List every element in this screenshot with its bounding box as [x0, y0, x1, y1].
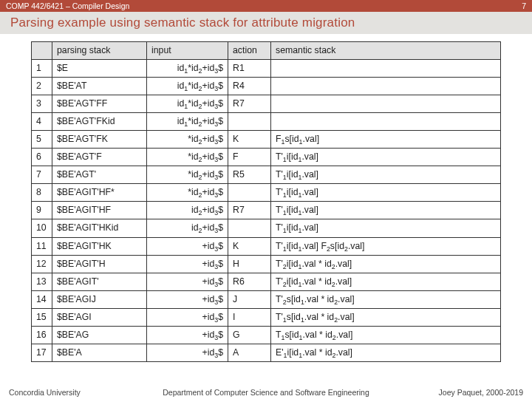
parsing-table: parsing stack input action semantic stac…: [31, 41, 501, 362]
row-num: 7: [32, 166, 52, 184]
row-sem: E'1i[id1.val * id2.val]: [271, 344, 501, 361]
row-action: [228, 219, 271, 237]
col-stack: parsing stack: [52, 42, 147, 60]
row-num: 11: [32, 237, 52, 255]
row-input: id1*id2+id3$: [147, 113, 228, 131]
row-sem: T'1i[id1.val]: [271, 202, 501, 219]
row-num: 8: [32, 184, 52, 202]
row-stack: $BE'AGIT'HF: [52, 202, 147, 219]
table-row: 15$BE'AGI+id3$IT'1s[id1.val * id2.val]: [32, 308, 501, 326]
col-num: [32, 42, 52, 60]
table-row: 10$BE'AGIT'HKidid2+id3$T'1i[id1.val]: [32, 219, 501, 237]
row-num: 17: [32, 344, 52, 361]
col-sem: semantic stack: [271, 42, 501, 60]
row-sem: T'2i[id1.val * id2.val]: [271, 255, 501, 273]
row-action: K: [228, 131, 271, 149]
row-action: [228, 184, 271, 202]
table-row: 1$Eid1*id2+id3$R1: [32, 60, 501, 78]
row-input: +id3$: [147, 344, 228, 361]
row-action: G: [228, 326, 271, 344]
col-action: action: [228, 42, 271, 60]
row-action: J: [228, 290, 271, 308]
row-action: R4: [228, 78, 271, 95]
row-sem: T'1i[id1.val]: [271, 149, 501, 166]
table-row: 14$BE'AGIJ+id3$JT'2s[id1.val * id2.val]: [32, 290, 501, 308]
row-stack: $BE'A: [52, 344, 147, 361]
table-row: 2$BE'ATid1*id2+id3$R4: [32, 78, 501, 95]
row-action: R6: [228, 273, 271, 290]
row-action: R7: [228, 202, 271, 219]
row-sem: T'2s[id1.val * id2.val]: [271, 290, 501, 308]
row-input: *id2+id3$: [147, 131, 228, 149]
slide-title: Parsing example using semantic stack for…: [10, 16, 355, 30]
row-sem: T'2i[id1.val * id2.val]: [271, 273, 501, 290]
table-row: 5$BE'AGT'FK*id2+id3$KF1s[id1.val]: [32, 131, 501, 149]
row-stack: $E: [52, 60, 147, 78]
table-row: 13$BE'AGIT'+id3$R6T'2i[id1.val * id2.val…: [32, 273, 501, 290]
row-input: id1*id2+id3$: [147, 60, 228, 78]
row-action: F: [228, 149, 271, 166]
row-stack: $BE'AGIT'HKid: [52, 219, 147, 237]
row-input: +id3$: [147, 308, 228, 326]
row-stack: $BE'AGI: [52, 308, 147, 326]
row-action: A: [228, 344, 271, 361]
course-code: COMP 442/6421 – Compiler Design: [6, 0, 129, 12]
col-input: input: [147, 42, 228, 60]
row-stack: $BE'AGT'FK: [52, 131, 147, 149]
row-action: R7: [228, 95, 271, 113]
row-num: 1: [32, 60, 52, 78]
header-bar: COMP 442/6421 – Compiler Design 7: [0, 0, 532, 12]
title-bar: Parsing example using semantic stack for…: [0, 12, 532, 34]
row-stack: $BE'AT: [52, 78, 147, 95]
table-row: 8$BE'AGIT'HF**id2+id3$T'1i[id1.val]: [32, 184, 501, 202]
row-num: 9: [32, 202, 52, 219]
row-sem: T'1i[id1.val]: [271, 166, 501, 184]
row-action: [228, 113, 271, 131]
table-row: 4$BE'AGT'FKidid1*id2+id3$: [32, 113, 501, 131]
row-num: 10: [32, 219, 52, 237]
row-stack: $BE'AGT'F: [52, 149, 147, 166]
row-input: id2+id3$: [147, 202, 228, 219]
row-stack: $BE'AGT': [52, 166, 147, 184]
row-input: id1*id2+id3$: [147, 95, 228, 113]
row-sem: [271, 60, 501, 78]
table-row: 3$BE'AGT'FFid1*id2+id3$R7: [32, 95, 501, 113]
page-number: 7: [522, 0, 526, 12]
row-num: 14: [32, 290, 52, 308]
row-action: H: [228, 255, 271, 273]
row-stack: $BE'AGIT'HK: [52, 237, 147, 255]
row-sem: F1s[id1.val]: [271, 131, 501, 149]
row-num: 3: [32, 95, 52, 113]
row-input: id2+id3$: [147, 219, 228, 237]
row-input: +id3$: [147, 273, 228, 290]
row-num: 2: [32, 78, 52, 95]
row-input: *id2+id3$: [147, 166, 228, 184]
row-stack: $BE'AGIT'HF*: [52, 184, 147, 202]
row-action: R1: [228, 60, 271, 78]
row-num: 12: [32, 255, 52, 273]
footer-mid: Department of Computer Science and Softw…: [0, 388, 532, 397]
row-sem: T'1s[id1.val * id2.val]: [271, 308, 501, 326]
row-stack: $BE'AGIT'H: [52, 255, 147, 273]
row-input: +id3$: [147, 290, 228, 308]
row-num: 16: [32, 326, 52, 344]
row-action: R5: [228, 166, 271, 184]
row-sem: T'1i[id1.val] F2s[id2.val]: [271, 237, 501, 255]
row-num: 6: [32, 149, 52, 166]
table-row: 6$BE'AGT'F*id2+id3$FT'1i[id1.val]: [32, 149, 501, 166]
row-input: *id2+id3$: [147, 149, 228, 166]
table-row: 12$BE'AGIT'H+id3$HT'2i[id1.val * id2.val…: [32, 255, 501, 273]
table-row: 17$BE'A+id3$AE'1i[id1.val * id2.val]: [32, 344, 501, 361]
row-input: +id3$: [147, 237, 228, 255]
table-body: 1$Eid1*id2+id3$R12$BE'ATid1*id2+id3$R43$…: [32, 60, 501, 362]
table-row: 11$BE'AGIT'HK+id3$KT'1i[id1.val] F2s[id2…: [32, 237, 501, 255]
row-num: 15: [32, 308, 52, 326]
row-sem: T'1i[id1.val]: [271, 219, 501, 237]
row-stack: $BE'AGT'FF: [52, 95, 147, 113]
row-sem: [271, 78, 501, 95]
row-stack: $BE'AGIT': [52, 273, 147, 290]
row-input: *id2+id3$: [147, 184, 228, 202]
row-sem: T1s[id1.val * id2.val]: [271, 326, 501, 344]
table-row: 9$BE'AGIT'HFid2+id3$R7T'1i[id1.val]: [32, 202, 501, 219]
row-sem: [271, 95, 501, 113]
